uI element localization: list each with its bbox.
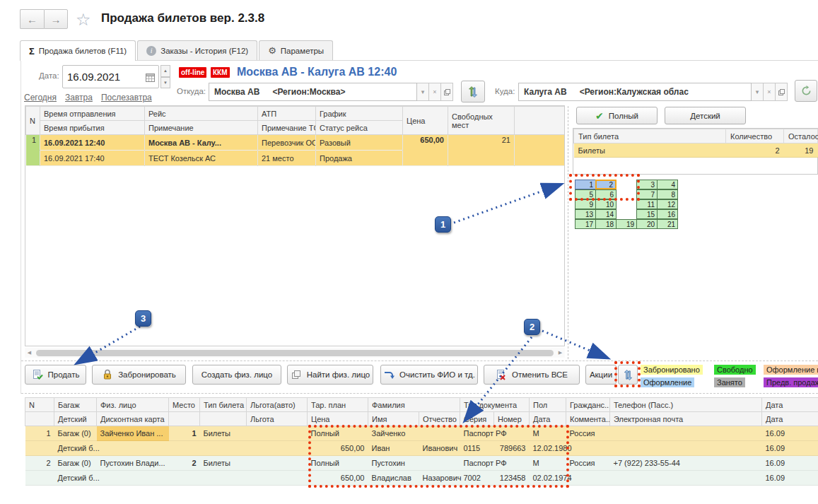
link-after-tomorrow[interactable]: Послезавтра — [101, 93, 152, 102]
column-header[interactable]: Тар. план — [308, 398, 368, 412]
scroll-left-icon[interactable]: ◀ — [25, 350, 34, 356]
column-header-n[interactable]: N — [26, 107, 40, 135]
calendar-icon[interactable] — [146, 73, 155, 82]
column-header[interactable]: Тип билета — [200, 398, 247, 412]
column-header[interactable]: Дисконтная карта — [97, 412, 169, 426]
column-header[interactable]: Дата — [530, 412, 566, 426]
seat-13[interactable]: 13 — [575, 209, 596, 219]
find-person-button[interactable]: Найти физ. лицо — [287, 365, 373, 385]
to-clear-icon[interactable]: × — [764, 83, 776, 101]
column-header-note[interactable]: Примечание — [145, 121, 258, 135]
seat-2[interactable]: 2 — [595, 180, 617, 189]
passenger-row[interactable]: 2Багаж (0)Пустохин Влади...2БилетыПолный… — [25, 456, 818, 471]
clear-fio-button[interactable]: Очистить ФИО и тд. — [380, 365, 478, 385]
column-header-status[interactable]: Статус рейса — [316, 121, 403, 135]
column-header-price[interactable]: Цена — [403, 107, 448, 135]
seat-7[interactable]: 7 — [636, 189, 658, 199]
column-header[interactable]: Багаж — [54, 398, 97, 412]
column-header[interactable]: Отчество — [419, 412, 460, 426]
column-header[interactable]: Место — [169, 398, 200, 412]
create-person-button[interactable]: Создать физ. лицо — [192, 365, 281, 385]
date-step-down[interactable]: ▼ — [160, 77, 170, 89]
passenger-row[interactable]: Детский б...650,00ИванИванович0115789663… — [25, 441, 818, 456]
seat-20[interactable]: 20 — [636, 219, 658, 229]
scrollbar-thumb[interactable] — [36, 350, 554, 356]
seat-9[interactable]: 9 — [575, 199, 596, 209]
column-header[interactable]: Гражданс... — [566, 398, 610, 412]
seat-4[interactable]: 4 — [657, 180, 678, 189]
flight-row[interactable]: 1 16.09.2021 12:40 Москва АВ - Калу... П… — [26, 135, 566, 151]
column-header-arrive[interactable]: Время прибытия — [40, 121, 145, 135]
seat-1[interactable]: 1 — [575, 180, 596, 189]
reserve-button[interactable]: Забронировать — [92, 365, 186, 385]
column-header[interactable] — [169, 412, 200, 426]
seat-8[interactable]: 8 — [657, 189, 678, 199]
column-header-depart[interactable]: Время отправления — [40, 107, 145, 121]
column-header-remaining[interactable]: Осталось — [784, 129, 818, 143]
panel-splitter-bottom[interactable] — [21, 393, 818, 394]
column-header-ticket-type[interactable]: Тип билета — [574, 129, 726, 143]
back-button[interactable]: ← — [20, 9, 44, 29]
to-open-icon[interactable] — [776, 83, 788, 101]
cancel-all-button[interactable]: Отменить ВСЕ — [484, 365, 580, 385]
to-field[interactable]: Калуга АВ <Регион:Калужская облас — [518, 83, 752, 101]
column-header[interactable]: Тип документа — [460, 398, 530, 412]
seat-21[interactable]: 21 — [657, 219, 678, 229]
column-header[interactable]: Телефон (Пасс.) — [610, 398, 762, 412]
column-header[interactable]: Детский — [54, 412, 97, 426]
from-field[interactable]: Москва АВ <Регион:Москва> — [209, 83, 417, 101]
seat-16[interactable]: 16 — [657, 209, 678, 219]
column-header-free-seats[interactable]: Свободных мест — [448, 107, 515, 135]
panel-splitter-top[interactable] — [21, 361, 818, 361]
seat-12[interactable]: 12 — [657, 199, 678, 209]
column-header[interactable]: Дата — [762, 412, 818, 426]
swap-from-to-button[interactable] — [461, 81, 485, 102]
column-header[interactable]: Физ. лицо — [97, 398, 169, 412]
seat-15[interactable]: 15 — [636, 209, 658, 219]
column-header[interactable]: Фамилия — [368, 398, 460, 412]
date-step-up[interactable]: ▲ — [160, 65, 170, 77]
panel-splitter-vertical[interactable] — [568, 106, 568, 359]
column-header[interactable]: Льгота — [247, 412, 308, 426]
seat-11[interactable]: 11 — [636, 199, 658, 209]
seat-14[interactable]: 14 — [595, 209, 617, 219]
column-header-quantity[interactable]: Количество — [726, 129, 784, 143]
column-header[interactable] — [200, 412, 247, 426]
column-header[interactable]: Номер — [494, 412, 530, 426]
forward-button[interactable]: → — [44, 9, 68, 29]
favorite-star-icon[interactable]: ☆ — [76, 10, 91, 30]
column-header[interactable]: Дата — [762, 398, 818, 412]
link-tomorrow[interactable]: Завтра — [65, 93, 93, 102]
column-header[interactable]: Серия — [460, 412, 494, 426]
seat-3[interactable]: 3 — [636, 180, 658, 189]
child-ticket-button[interactable]: Детский — [665, 107, 746, 124]
link-today[interactable]: Сегодня — [24, 93, 57, 102]
seat-10[interactable]: 10 — [595, 199, 617, 209]
full-ticket-button[interactable]: ✔ Полный — [576, 107, 658, 124]
scroll-right-icon[interactable]: ▶ — [556, 350, 565, 356]
column-header-atp[interactable]: АТП — [258, 107, 316, 121]
column-header[interactable]: Коммента... — [566, 412, 610, 426]
column-header[interactable]: Льгота(авто) — [247, 398, 308, 412]
from-open-icon[interactable] — [441, 83, 453, 101]
column-header-route[interactable]: Рейс — [145, 107, 258, 121]
horizontal-scrollbar[interactable]: ◀ ▶ — [25, 348, 565, 358]
column-header[interactable]: Электронная почта — [610, 412, 762, 426]
column-header[interactable] — [25, 412, 54, 426]
to-dropdown-icon[interactable]: ▾ — [752, 83, 764, 101]
refresh-seats-button[interactable] — [618, 365, 638, 385]
tab-parameters[interactable]: ⚙ Параметры — [259, 40, 333, 60]
date-input[interactable]: 16.09.2021 — [62, 65, 159, 88]
column-header-vehicle-note[interactable]: Примечание ТС — [258, 121, 316, 135]
column-header[interactable]: Пол — [530, 398, 566, 412]
column-header-schedule[interactable]: График — [316, 107, 403, 121]
tab-orders-history[interactable]: i Заказы - История (F12) — [137, 40, 257, 60]
column-header[interactable]: Имя — [368, 412, 419, 426]
column-header[interactable]: Цена — [308, 412, 368, 426]
seat-5[interactable]: 5 — [575, 189, 596, 199]
from-dropdown-icon[interactable]: ▾ — [417, 83, 429, 101]
column-header[interactable]: N — [25, 398, 54, 412]
seat-18[interactable]: 18 — [595, 219, 617, 229]
from-clear-icon[interactable]: × — [429, 83, 441, 101]
passenger-row[interactable]: 1Багаж (0)Зайченко Иван ...1БилетыПолный… — [25, 426, 818, 441]
